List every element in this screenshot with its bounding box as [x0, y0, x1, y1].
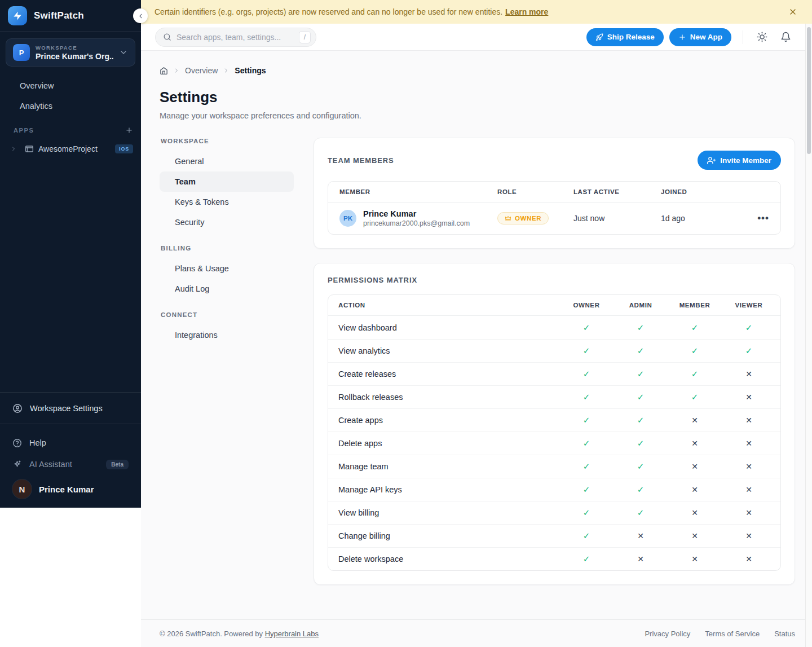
role-badge: OWNER [497, 212, 549, 225]
sidebar-item-label: Overview [20, 81, 54, 90]
breadcrumb-settings: Settings [235, 66, 266, 75]
permission-action: Change billing [338, 531, 559, 540]
breadcrumb: Overview Settings [160, 66, 795, 75]
lightning-icon [12, 11, 23, 21]
sidebar-item-overview[interactable]: Overview [6, 76, 135, 96]
sidebar-header: SwiftPatch [0, 0, 141, 32]
check-icon: ✓ [722, 346, 776, 356]
footer-company-link[interactable]: Hyperbrain Labs [265, 630, 319, 638]
permission-row: Delete workspace✓✕✕✕ [328, 547, 780, 570]
sidebar-item-analytics[interactable]: Analytics [6, 96, 135, 116]
rocket-icon [595, 33, 603, 41]
search-input[interactable]: Search apps, team, settings... / [155, 28, 316, 47]
column-header: MEMBER [668, 302, 722, 309]
invite-member-button[interactable]: Invite Member [698, 151, 781, 170]
sidebar-item-awesomeproject[interactable]: AwesomeProject IOS [0, 139, 141, 159]
footer-link-terms-of-service[interactable]: Terms of Service [705, 630, 760, 638]
team-table: MEMBERROLELAST ACTIVEJOINED PK Prince Ku… [328, 181, 781, 235]
platform-badge: IOS [115, 144, 133, 153]
footer-link-privacy-policy[interactable]: Privacy Policy [645, 630, 690, 638]
footer: © 2026 SwiftPatch. Powered by Hyperbrain… [141, 619, 812, 647]
permission-row: Rollback releases✓✓✓✕ [328, 385, 780, 408]
row-menu-button[interactable]: ••• [747, 215, 769, 221]
cross-icon: ✕ [668, 485, 722, 494]
scrollbar-thumb[interactable] [807, 27, 811, 154]
settings-section-label: CONNECT [160, 311, 294, 318]
ship-release-button[interactable]: Ship Release [586, 28, 664, 46]
cross-icon: ✕ [614, 554, 668, 564]
cross-icon: ✕ [668, 439, 722, 448]
check-icon: ✓ [559, 531, 614, 541]
settings-nav-general[interactable]: General [160, 151, 294, 171]
check-icon: ✓ [559, 415, 614, 425]
team-members-card: TEAM MEMBERS Invite Member MEMBERROLELAS… [314, 138, 795, 249]
sparkles-icon [12, 460, 22, 469]
settings-nav-plans-usage[interactable]: Plans & Usage [160, 258, 294, 279]
cross-icon: ✕ [722, 531, 776, 540]
settings-nav-integrations[interactable]: Integrations [160, 325, 294, 345]
sidebar-item-help[interactable]: Help [6, 432, 135, 454]
settings-nav-section: BILLINGPlans & UsageAudit Log [160, 245, 294, 299]
permission-action: Create releases [338, 369, 559, 378]
settings-nav-label: General [175, 157, 204, 166]
cross-icon: ✕ [722, 508, 776, 517]
ai-assistant-label: AI Assistant [29, 460, 72, 469]
column-header: JOINED [661, 188, 747, 195]
cross-icon: ✕ [668, 462, 722, 471]
breadcrumb-overview[interactable]: Overview [185, 66, 218, 75]
column-header: VIEWER [722, 302, 776, 309]
theme-toggle-button[interactable] [752, 28, 771, 47]
permission-action: Create apps [338, 416, 559, 425]
workspace-selector[interactable]: P WORKSPACE Prince Kumar's Org... [6, 38, 135, 67]
check-icon: ✓ [614, 369, 668, 379]
home-icon[interactable] [160, 67, 168, 75]
check-icon: ✓ [668, 392, 722, 402]
help-label: Help [29, 438, 46, 447]
user-plus-icon [707, 156, 716, 165]
new-app-button[interactable]: New App [669, 28, 731, 46]
member-last-active: Just now [573, 214, 661, 223]
settings-nav-keys-tokens[interactable]: Keys & Tokens [160, 192, 294, 212]
add-app-icon[interactable] [125, 126, 133, 134]
check-icon: ✓ [559, 369, 614, 379]
check-icon: ✓ [614, 508, 668, 518]
cross-icon: ✕ [668, 531, 722, 540]
sidebar-item-workspace-settings[interactable]: Workspace Settings [0, 393, 141, 424]
check-icon: ✓ [614, 415, 668, 425]
footer-copyright: © 2026 SwiftPatch. Powered by [160, 630, 263, 638]
learn-more-link[interactable]: Learn more [505, 7, 548, 16]
check-icon: ✓ [559, 323, 614, 333]
chevron-right-icon [173, 67, 180, 74]
settings-nav-team[interactable]: Team [160, 171, 294, 192]
permissions-table: ACTIONOWNERADMINMEMBERVIEWER View dashbo… [328, 294, 781, 571]
workspace-name: Prince Kumar's Org... [36, 52, 113, 61]
check-icon: ✓ [614, 485, 668, 495]
permission-action: Rollback releases [338, 393, 559, 402]
footer-link-status[interactable]: Status [774, 630, 795, 638]
member-email: princekumar2000.pks@gmail.com [363, 219, 470, 227]
page-subtitle: Manage your workspace preferences and co… [160, 111, 795, 120]
permission-row: Create releases✓✓✓✕ [328, 362, 780, 385]
check-icon: ✓ [722, 323, 776, 333]
chevron-right-icon [223, 67, 230, 74]
chevron-left-icon [137, 12, 144, 20]
app-logo[interactable] [8, 6, 27, 25]
check-icon: ✓ [559, 346, 614, 356]
new-app-label: New App [690, 33, 722, 41]
sidebar-item-ai-assistant[interactable]: AI Assistant Beta [6, 454, 135, 475]
settings-nav-audit-log[interactable]: Audit Log [160, 279, 294, 299]
close-icon[interactable] [788, 7, 798, 16]
check-icon: ✓ [614, 438, 668, 448]
column-header: LAST ACTIVE [573, 188, 661, 195]
sidebar-collapse-button[interactable] [133, 8, 148, 23]
chevron-down-icon [119, 48, 128, 57]
user-menu[interactable]: N Prince Kumar [6, 475, 135, 508]
scrollbar-track[interactable] [805, 24, 812, 647]
notifications-button[interactable] [776, 28, 795, 47]
workspace-settings-label: Workspace Settings [30, 404, 103, 413]
check-icon: ✓ [614, 346, 668, 356]
permissions-table-header: ACTIONOWNERADMINMEMBERVIEWER [328, 295, 780, 316]
settings-nav-section: CONNECTIntegrations [160, 311, 294, 345]
notice-banner: Certain identifiers (e.g. orgs, projects… [141, 0, 812, 24]
settings-nav-security[interactable]: Security [160, 212, 294, 232]
